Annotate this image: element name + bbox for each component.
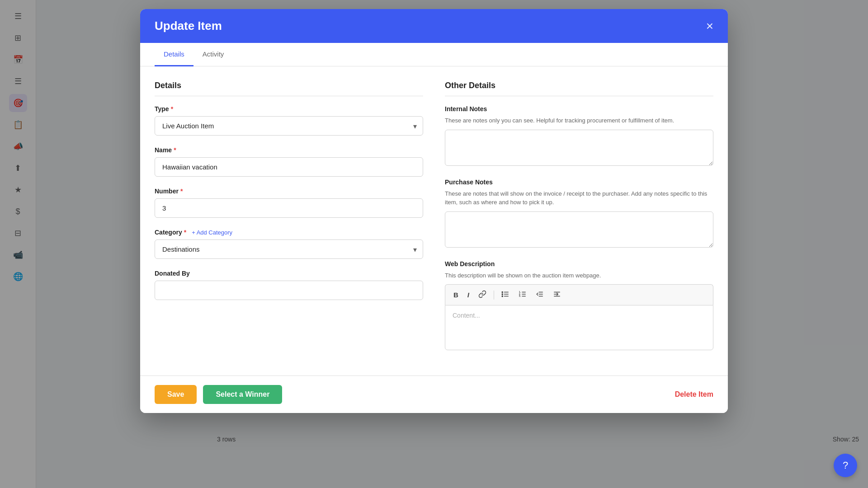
modal-tabs: Details Activity [140,43,728,66]
delete-item-button[interactable]: Delete Item [675,390,713,399]
category-label: Category * + Add Category [155,229,423,236]
number-label: Number * [155,188,423,195]
toolbar-bold-button[interactable]: B [451,289,461,300]
help-button[interactable]: ? [834,454,857,477]
toolbar-indent-button[interactable] [550,288,564,301]
internal-notes-helper: These are notes only you can see. Helpfu… [445,116,713,125]
modal-header: Update Item × [140,9,728,43]
type-select[interactable]: Live Auction Item Silent Auction Item Ra… [155,116,423,136]
name-input[interactable] [155,157,423,177]
internal-notes-group: Internal Notes These are notes only you … [445,105,713,168]
toolbar-ol-button[interactable]: 1. 2. 3. [516,288,529,301]
type-select-wrapper: Live Auction Item Silent Auction Item Ra… [155,116,423,136]
purchase-notes-helper: These are notes that will show on the in… [445,189,713,207]
svg-point-3 [502,291,503,292]
number-input[interactable] [155,198,423,218]
other-details-section-title: Other Details [445,81,713,96]
category-select[interactable]: Destinations Sports Arts Travel Food & B… [155,239,423,259]
category-select-wrapper: Destinations Sports Arts Travel Food & B… [155,239,423,259]
donated-by-field-group: Donated By [155,270,423,300]
modal-close-button[interactable]: × [706,20,713,33]
details-section: Details Type * Live Auction Item Silent … [155,81,423,361]
svg-point-4 [502,294,503,295]
internal-notes-textarea[interactable] [445,130,713,166]
purchase-notes-group: Purchase Notes These are notes that will… [445,178,713,249]
number-field-group: Number * [155,188,423,218]
donated-by-label: Donated By [155,270,423,277]
name-required: * [174,146,176,154]
category-required: * [184,229,186,236]
update-item-modal: Update Item × Details Activity Details T… [140,9,728,413]
modal-footer: Save Select a Winner Delete Item [140,375,728,413]
web-description-group: Web Description This description will be… [445,260,713,351]
modal-body: Details Type * Live Auction Item Silent … [140,66,728,375]
type-field-group: Type * Live Auction Item Silent Auction … [155,105,423,136]
svg-point-5 [502,296,503,296]
type-required: * [171,105,173,113]
donated-by-input[interactable] [155,281,423,300]
web-description-editor[interactable]: Content... [445,305,713,350]
toolbar-link-button[interactable] [476,288,489,301]
purchase-notes-textarea[interactable] [445,211,713,248]
name-label: Name * [155,146,423,154]
number-required: * [180,188,183,195]
svg-text:3.: 3. [519,295,521,297]
toolbar-ul-button[interactable] [499,288,512,301]
toolbar-divider-1 [494,291,494,300]
toolbar-outdent-button[interactable] [533,288,547,301]
other-details-section: Other Details Internal Notes These are n… [445,81,713,361]
details-section-title: Details [155,81,423,96]
add-category-link[interactable]: + Add Category [192,229,232,236]
footer-actions-left: Save Select a Winner [155,385,282,404]
purchase-notes-label: Purchase Notes [445,178,713,186]
category-field-group: Category * + Add Category Destinations S… [155,229,423,259]
web-description-label: Web Description [445,260,713,267]
web-description-helper: This description will be shown on the au… [445,271,713,280]
internal-notes-label: Internal Notes [445,105,713,113]
type-label: Type * [155,105,423,113]
tab-activity[interactable]: Activity [193,43,233,66]
toolbar-italic-button[interactable]: I [465,289,472,300]
modal-title: Update Item [155,19,222,33]
select-winner-button[interactable]: Select a Winner [203,385,282,404]
save-button[interactable]: Save [155,385,197,404]
tab-details[interactable]: Details [155,43,193,66]
editor-toolbar: B I [445,284,713,305]
modal-overlay: Update Item × Details Activity Details T… [0,0,868,488]
name-field-group: Name * [155,146,423,177]
